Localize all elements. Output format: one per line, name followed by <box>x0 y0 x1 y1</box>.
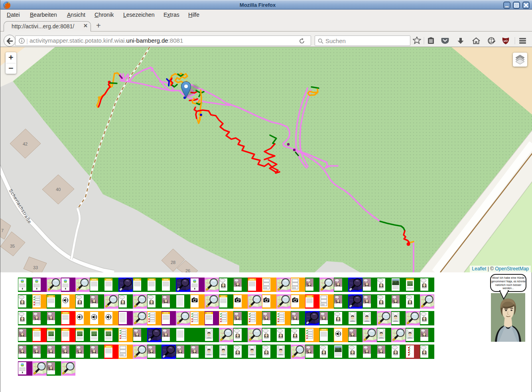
svg-text:33: 33 <box>33 265 38 270</box>
svg-text:35: 35 <box>10 244 15 248</box>
svg-text:uO: uO <box>504 39 508 43</box>
svg-text:40: 40 <box>56 187 61 192</box>
svg-text:7: 7 <box>1 228 4 233</box>
svg-text:26: 26 <box>185 268 190 272</box>
svg-text:42: 42 <box>23 142 28 146</box>
svg-text:28: 28 <box>171 260 175 265</box>
